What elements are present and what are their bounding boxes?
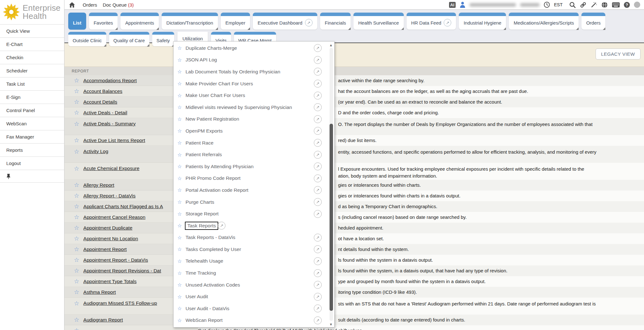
favorite-star-icon[interactable]: ☆ — [74, 300, 79, 306]
favorite-star-icon[interactable]: ☆ — [177, 246, 186, 252]
open-in-new-icon[interactable]: ↗ — [314, 103, 322, 111]
favorite-star-icon[interactable]: ☆ — [177, 235, 186, 241]
favorite-star-icon[interactable]: ☆ — [177, 187, 186, 193]
favorite-star-icon[interactable]: ☆ — [74, 121, 79, 127]
open-in-new-icon[interactable]: ↗ — [314, 293, 322, 301]
open-in-new-icon[interactable]: ↗ — [314, 186, 322, 194]
favorite-star-icon[interactable]: ☆ — [177, 104, 186, 110]
menu-item[interactable]: ☆ Telehealth Usage ↗ — [174, 255, 325, 267]
globe-icon[interactable] — [601, 2, 608, 8]
legacy-view-button[interactable]: LEGACY VIEW — [596, 48, 641, 60]
tab[interactable]: Health Surveillance ↗ — [353, 13, 403, 30]
keyboard-icon[interactable] — [612, 2, 620, 8]
menu-item[interactable]: ☆ Portal Activation code Report ↗ — [174, 184, 325, 196]
open-in-new-icon[interactable]: ↗ — [314, 245, 322, 253]
open-in-new-icon[interactable]: ↗ — [314, 210, 322, 218]
open-in-new-icon[interactable]: ↗ — [314, 115, 322, 123]
favorite-star-icon[interactable]: ☆ — [177, 152, 186, 158]
favorite-star-icon[interactable]: ☆ — [74, 327, 79, 330]
open-in-new-icon[interactable]: ↗ — [314, 304, 322, 312]
favorite-star-icon[interactable]: ☆ — [177, 211, 186, 217]
sidebar-item[interactable]: Task List — [0, 77, 64, 91]
favorite-star-icon[interactable]: ☆ — [74, 137, 79, 143]
menu-item[interactable]: ☆ New Patient Registration ↗ — [174, 113, 325, 125]
tab[interactable]: Quality of Care ↗ — [109, 32, 149, 46]
menu-item[interactable]: ☆ Lab Document Totals by Ordering Physic… — [174, 66, 325, 78]
favorite-star-icon[interactable]: ☆ — [74, 278, 79, 284]
report-link[interactable]: Audiogram Report — [83, 317, 123, 323]
favorite-star-icon[interactable]: ☆ — [177, 282, 186, 288]
sidebar-item[interactable]: Checkin — [0, 51, 64, 64]
sidebar-item[interactable]: Reports — [0, 144, 64, 157]
report-link[interactable]: Account Details — [83, 99, 117, 105]
favorite-star-icon[interactable]: ☆ — [74, 246, 79, 252]
link-icon[interactable] — [580, 2, 586, 8]
tab[interactable]: Medications/Allergies/Scripts ↗ — [509, 13, 579, 30]
open-in-new-icon[interactable]: ↗ — [314, 56, 322, 64]
favorite-star-icon[interactable]: ☆ — [177, 116, 186, 122]
open-in-new-icon[interactable]: ↗ — [314, 151, 322, 159]
sidebar-item[interactable]: E-Sign — [0, 91, 64, 104]
tab[interactable]: List ↗ — [68, 13, 86, 30]
favorite-star-icon[interactable]: ☆ — [74, 110, 79, 116]
tab[interactable]: Financials ↗ — [320, 13, 351, 30]
favorite-star-icon[interactable]: ☆ — [177, 128, 186, 134]
ai-badge[interactable]: AI — [449, 2, 456, 8]
report-link[interactable]: Activity Log — [83, 149, 108, 154]
app-logo[interactable]: Enterprise Health — [0, 0, 64, 24]
tab[interactable]: Industrial Hygiene ↗ — [459, 13, 506, 30]
favorite-star-icon[interactable]: ☆ — [74, 289, 79, 295]
menu-item[interactable]: ☆ Unused Activation Codes ↗ — [174, 279, 325, 291]
dropdown-scrollbar-thumb[interactable] — [330, 124, 333, 311]
menu-item[interactable]: ☆ Storage Report ↗ — [174, 208, 325, 220]
report-link[interactable]: Audiogram Missed STS Follow-up — [83, 300, 157, 306]
open-in-new-icon[interactable]: ↗ — [218, 222, 225, 230]
open-in-new-icon[interactable]: ↗ — [314, 139, 322, 147]
report-link[interactable]: Active Deals - Detail — [83, 110, 127, 116]
avatar[interactable] — [634, 2, 640, 8]
menu-item[interactable]: ☆ User Audit ↗ — [174, 291, 325, 303]
search-icon[interactable] — [569, 2, 576, 8]
scroll-down-icon[interactable]: ▼ — [329, 322, 333, 326]
open-in-new-icon[interactable]: ↗ — [314, 281, 322, 289]
sidebar-item[interactable]: E-Chart — [0, 38, 64, 51]
menu-item[interactable]: ☆ PHR Promo Code Report ↗ — [174, 173, 325, 185]
favorite-star-icon[interactable]: ☆ — [74, 268, 79, 274]
favorite-star-icon[interactable]: ☆ — [74, 99, 79, 105]
sidebar-item[interactable]: WebScan — [0, 117, 64, 130]
tab[interactable]: Safety ↗ — [152, 32, 175, 46]
report-link[interactable]: Appointment Report Revisions - Dat — [83, 268, 161, 274]
favorite-star-icon[interactable]: ☆ — [177, 81, 186, 87]
report-link[interactable]: Allergy Report - DataVis — [83, 193, 136, 199]
report-link[interactable]: Appointment Cancel Reason — [83, 214, 145, 220]
favorite-star-icon[interactable]: ☆ — [177, 199, 186, 205]
report-link[interactable]: Appointment Type Totals — [83, 279, 136, 284]
favorite-star-icon[interactable]: ☆ — [74, 182, 79, 188]
open-in-new-icon[interactable]: ↗ — [314, 127, 322, 135]
menu-item[interactable]: ☆ Task Reports ↗ — [174, 220, 325, 232]
user-icon[interactable] — [460, 2, 465, 8]
scroll-up-icon[interactable]: ▲ — [329, 43, 333, 47]
favorite-star-icon[interactable]: ☆ — [74, 166, 79, 172]
menu-item[interactable]: ☆ Patient Referrals ↗ — [174, 149, 325, 161]
report-link[interactable]: Appointment No Location — [83, 236, 138, 242]
menu-item[interactable]: ☆ Patient Race ↗ — [174, 137, 325, 149]
report-link[interactable]: Accommodations Report — [83, 78, 137, 83]
orders-link[interactable]: Orders — [83, 2, 97, 8]
favorite-star-icon[interactable]: ☆ — [177, 45, 186, 51]
pin-icon[interactable] — [6, 174, 11, 179]
favorite-star-icon[interactable]: ☆ — [74, 225, 79, 231]
report-link[interactable]: Appointment Report - DataVis — [83, 257, 148, 263]
report-link[interactable]: Active Deals - Summary — [83, 121, 136, 127]
open-in-new-icon[interactable]: ↗ — [314, 316, 322, 324]
report-link[interactable]: Appointment Duplicate — [83, 225, 132, 231]
menu-item[interactable]: ☆ Duplicate Charts-Merge ↗ — [174, 42, 325, 54]
open-in-new-icon[interactable]: ↗ — [314, 92, 322, 100]
sidebar-item[interactable]: Logout — [0, 157, 64, 170]
menu-item[interactable]: ☆ User Audit - DataVis ↗ — [174, 303, 325, 315]
menu-item[interactable]: ☆ Purge Charts ↗ — [174, 196, 325, 208]
doc-queue-link[interactable]: Doc Queue (3) — [103, 2, 134, 8]
tab[interactable]: Executive Dashboard ↗ — [253, 13, 317, 30]
menu-item[interactable]: ☆ Patients by Attending Physician ↗ — [174, 161, 325, 173]
menu-item[interactable]: ☆ Midlevel visits reviewed by Supervisin… — [174, 101, 325, 113]
